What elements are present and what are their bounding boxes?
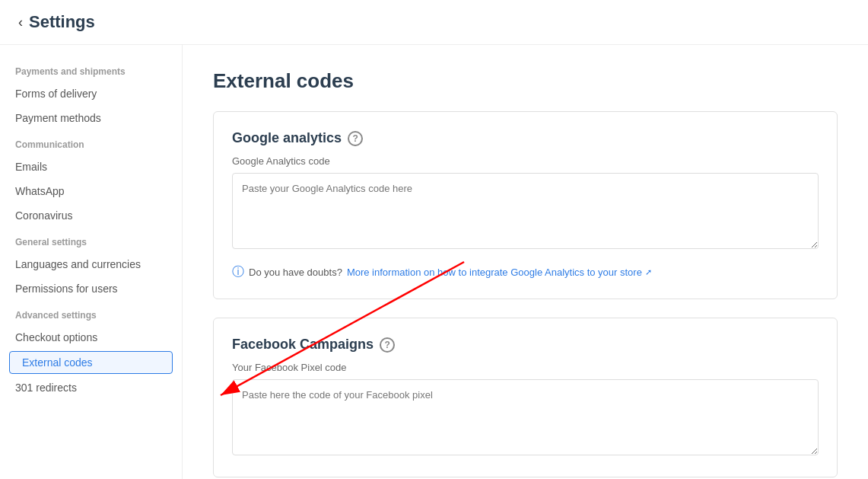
facebook-campaigns-title: Facebook Campaigns xyxy=(232,337,374,353)
back-button[interactable]: ‹ xyxy=(18,14,23,30)
sidebar-section-advanced: Advanced settings xyxy=(0,301,182,325)
google-analytics-header: Google analytics ? xyxy=(232,130,819,146)
google-analytics-more-info-link[interactable]: More information on how to integrate Goo… xyxy=(347,267,652,278)
facebook-campaigns-header: Facebook Campaigns ? xyxy=(232,337,819,353)
external-link-icon: ➚ xyxy=(645,267,652,277)
sidebar-item-payment-methods[interactable]: Payment methods xyxy=(0,106,182,130)
main-content: External codes Google analytics ? Google… xyxy=(183,45,868,479)
google-analytics-textarea[interactable] xyxy=(232,173,819,249)
sidebar-item-whatsapp[interactable]: WhatsApp xyxy=(0,179,182,203)
sidebar-item-301-redirects[interactable]: 301 redirects xyxy=(0,375,182,400)
sidebar-section-general: General settings xyxy=(0,228,182,252)
google-analytics-doubts-row: ⓘ Do you have doubts? More information o… xyxy=(232,264,819,280)
sidebar-section-communication: Communication xyxy=(0,130,182,155)
page-title: External codes xyxy=(213,69,838,93)
page-header-title: Settings xyxy=(29,12,95,32)
sidebar-item-external-codes[interactable]: External codes xyxy=(9,351,173,374)
google-analytics-section: Google analytics ? Google Analytics code… xyxy=(213,111,838,299)
sidebar-item-checkout-options[interactable]: Checkout options xyxy=(0,325,182,350)
sidebar-item-emails[interactable]: Emails xyxy=(0,155,182,179)
facebook-field-label: Your Facebook Pixel code xyxy=(232,362,819,373)
doubts-text: Do you have doubts? xyxy=(249,267,342,278)
sidebar-item-languages-currencies[interactable]: Languages and currencies xyxy=(0,252,182,276)
sidebar-section-payments: Payments and shipments xyxy=(0,57,182,81)
facebook-campaigns-section: Facebook Campaigns ? Your Facebook Pixel… xyxy=(213,318,838,477)
sidebar-item-forms-of-delivery[interactable]: Forms of delivery xyxy=(0,81,182,106)
google-analytics-title: Google analytics xyxy=(232,130,342,146)
google-analytics-help-icon[interactable]: ? xyxy=(348,131,363,146)
sidebar: Payments and shipments Forms of delivery… xyxy=(0,45,183,479)
google-analytics-link-text: More information on how to integrate Goo… xyxy=(347,267,642,278)
facebook-pixel-textarea[interactable] xyxy=(232,379,819,455)
doubts-circle-icon: ⓘ xyxy=(232,264,244,280)
facebook-campaigns-help-icon[interactable]: ? xyxy=(380,337,395,353)
google-analytics-field-label: Google Analytics code xyxy=(232,155,819,167)
sidebar-item-coronavirus[interactable]: Coronavirus xyxy=(0,203,182,228)
sidebar-item-permissions-users[interactable]: Permissions for users xyxy=(0,276,182,301)
